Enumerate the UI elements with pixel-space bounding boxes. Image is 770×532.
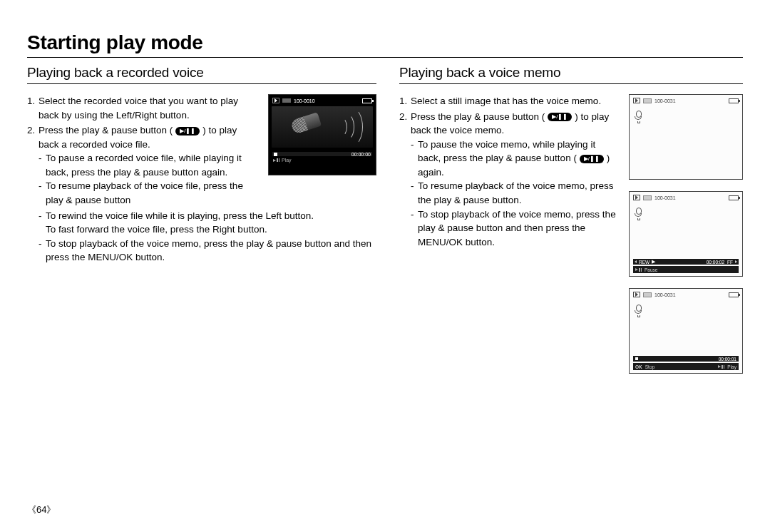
r-step-1: Select a still image that has the voice … [399,94,616,108]
col-voice-memo: Playing back a voice memo Select a still… [399,65,743,374]
size-icon [643,292,652,297]
right-text: Select a still image that has the voice … [399,94,616,374]
step-2: Press the play & pause button ( ▶/❚❚ ) t… [27,123,260,207]
r-bullet-resume: To resume playback of the voice memo, pr… [411,179,616,207]
lcd3-time: 00:00:01 [719,357,736,362]
lcd2-progress: REW ▶ 00:00:02 FF [633,259,739,265]
columns: Playing back a recorded voice Select the… [27,65,743,374]
play-indicator-icon: ▶ [652,259,655,265]
lcd3-file: 100-0031 [654,292,676,297]
play-label: Play [727,364,736,369]
rew-label: REW [635,260,650,265]
lcd-file-number: 100-0010 [294,98,315,103]
sound-wave-icon [342,108,363,146]
bullet-resume: To resume playback of the voice file, pr… [38,179,260,207]
manual-page: Starting play mode Playing back a record… [0,0,770,532]
play-pause-icon: ▶/❚❚ [548,113,572,121]
battery-icon [362,98,372,103]
r-step-2a: Press the play & pause button ( [411,111,545,122]
play-pause-icon [635,268,642,272]
play-pause-icon [273,158,279,162]
r-bullet-pause: To pause the voice memo, while playing i… [411,138,616,180]
lcd-memo-paused: 100-0031 00:00:01 OK [629,288,743,374]
title-rule [27,57,743,58]
bullet-rewind: To rewind the voice file while it is pla… [46,210,314,221]
lcd-memo-idle: 100-0031 [629,94,743,180]
lcd2-hint: Pause [645,267,657,272]
microphone-icon [635,111,642,122]
bullet-ff: To fast forward the voice file, press th… [46,222,376,237]
step-1: Select the recorded voice that you want … [27,94,260,122]
bullet-rewind-ff: To rewind the voice file while it is pla… [38,209,376,237]
step-2a: Press the play & pause button ( [38,125,173,135]
bullet-stop: To stop playback of the voice memo, pres… [38,237,376,265]
left-wide-bullets: To rewind the voice file while it is pla… [27,209,376,265]
bullet-pause: To pause a recorded voice file, while pl… [38,151,260,179]
size-icon [282,98,291,103]
playback-mode-icon [272,98,279,103]
playback-mode-icon [633,292,640,297]
lcd1-file: 100-0031 [654,98,676,103]
lcd2-help: Pause [633,266,739,273]
size-icon [643,98,652,103]
lcd2-file: 100-0031 [654,195,676,200]
pause-indicator-icon [635,357,638,360]
lcd3-help: OK Stop Play [633,363,739,370]
ok-label: OK [635,364,642,369]
left-body: Select the recorded voice that you want … [27,94,376,209]
heading-left: Playing back a recorded voice [27,65,376,84]
lcd-recorded-voice: 100-0010 00:00:00 P [268,94,376,175]
battery-icon [729,98,739,103]
battery-icon [729,292,739,297]
page-title: Starting play mode [27,31,743,54]
playback-mode-icon [633,195,640,200]
heading-right: Playing back a voice memo [399,65,743,84]
r-step-2: Press the play & pause button ( ▶/❚❚ ) t… [399,110,616,250]
playback-mode-icon [633,98,640,103]
lcd-top-bar: 100-0010 [269,95,376,106]
lcd-time: 00:00:00 [351,152,371,157]
right-body: Select a still image that has the voice … [399,94,743,374]
microphone-icon [635,305,642,316]
battery-icon [729,195,739,200]
stop-label: Stop [645,364,654,369]
lcd-stack: 100-0031 100-0031 [629,94,743,374]
left-text: Select the recorded voice that you want … [27,94,260,209]
ff-label: FF [727,260,737,265]
microphone-icon [290,112,322,134]
lcd-memo-playing: 100-0031 REW ▶ 00:00:02 FF [629,191,743,277]
microphone-icon [635,208,642,219]
lcd-hint: Play [282,158,292,163]
page-number: 《64》 [27,503,56,516]
lcd-help-row: Play [269,158,376,165]
col-recorded-voice: Playing back a recorded voice Select the… [27,65,376,374]
lcd2-time: 00:00:02 [707,260,724,265]
lcd-mic-graphic [272,106,373,148]
stop-icon [274,153,277,156]
size-icon [643,195,652,200]
lcd-progress-bar: 00:00:00 [272,152,372,156]
play-pause-icon [718,365,724,369]
r-b1a: To pause the voice memo, while playing i… [418,139,595,164]
play-pause-icon: ▶/❚❚ [580,155,604,163]
lcd3-progress: 00:00:01 [633,356,739,362]
play-pause-icon: ▶/❚❚ [175,127,200,135]
r-bullet-stop: To stop playback of the voice memo, pres… [411,208,616,250]
